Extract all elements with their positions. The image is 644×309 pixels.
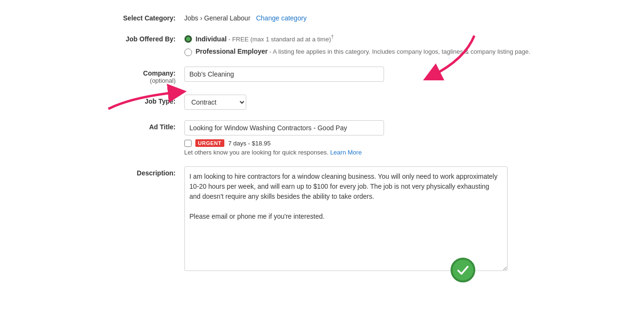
job-type-label: Job Type: [80,95,184,105]
job-type-select[interactable]: Contract Full-time Part-time Casual Inte… [184,95,246,110]
checkmark-icon [456,263,470,277]
radio-professional-input[interactable] [184,48,192,56]
company-label: Company: (optional) [80,67,184,84]
description-textarea[interactable]: I am looking to hire contractors for a w… [184,166,508,271]
urgent-row: URGENT 7 days - $18.95 [184,139,565,147]
company-input[interactable] [184,67,384,82]
urgent-price: 7 days - $18.95 [228,140,271,147]
professional-name: Professional Employer [196,48,268,55]
radio-professional-label[interactable]: Professional Employer - A listing fee ap… [196,48,530,55]
urgent-badge: URGENT [195,139,224,147]
individual-desc: - FREE (max 1 standard ad at a time) [227,36,331,43]
company-row: Company: (optional) [80,67,565,84]
company-optional-label: (optional) [80,77,176,84]
professional-desc: - A listing fee applies in this category… [268,48,530,55]
description-content: I am looking to hire contractors for a w… [184,166,565,272]
job-offered-by-options: Individual - FREE (max 1 standard ad at … [184,32,565,56]
category-path: Jobs › General Labour [184,14,250,22]
description-row: Description: I am looking to hire contra… [80,166,565,272]
change-category-link[interactable]: Change category [256,14,307,22]
urgent-description: Let others know you are looking for quic… [184,149,565,156]
radio-individual-label[interactable]: Individual - FREE (max 1 standard ad at … [196,34,334,43]
urgent-checkbox[interactable] [184,140,192,147]
select-category-row: Select Category: Jobs › General Labour C… [80,14,565,22]
job-type-content: Contract Full-time Part-time Casual Inte… [184,95,565,110]
individual-sup: † [331,34,334,39]
ad-title-row: Ad Title: URGENT 7 days - $18.95 Let oth… [80,120,565,156]
job-type-row: Job Type: Contract Full-time Part-time C… [80,95,565,110]
ad-title-content: URGENT 7 days - $18.95 Let others know y… [184,120,565,156]
urgent-desc-text: Let others know you are looking for quic… [184,149,329,156]
ad-title-label: Ad Title: [80,120,184,131]
radio-individual[interactable]: Individual - FREE (max 1 standard ad at … [184,34,565,43]
description-label: Description: [80,166,184,177]
job-offered-by-row: Job Offered By: Individual - FREE (max 1… [80,32,565,56]
learn-more-link[interactable]: Learn More [330,149,362,156]
radio-individual-input[interactable] [184,35,192,43]
category-value: Jobs › General Labour Change category [184,14,307,22]
select-category-label: Select Category: [80,14,184,22]
checkmark-circle [451,258,475,282]
job-offered-by-label: Job Offered By: [80,32,184,43]
radio-professional[interactable]: Professional Employer - A listing fee ap… [184,48,565,56]
individual-name: Individual [196,35,227,43]
ad-title-input[interactable] [184,120,384,135]
company-content [184,67,565,82]
